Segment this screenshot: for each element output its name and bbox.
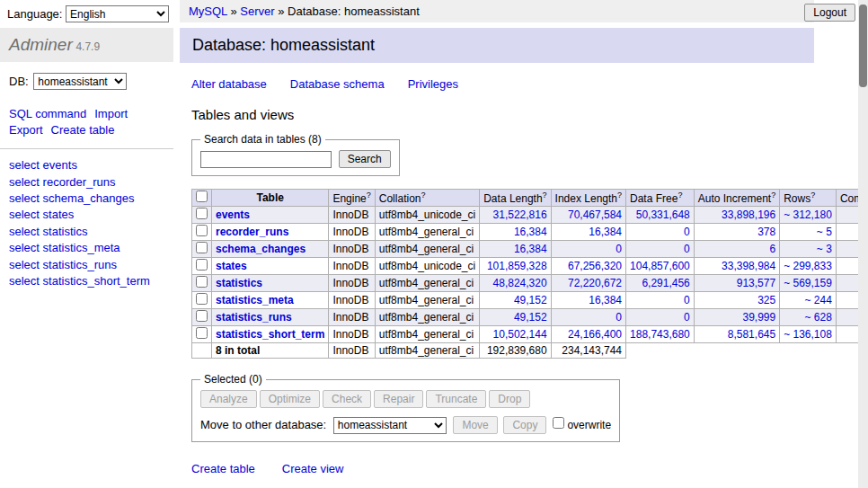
data-free-link[interactable]: 50,331,648 xyxy=(636,209,690,221)
sidebar-action-create-table[interactable]: Create table xyxy=(51,123,115,137)
data-length-link[interactable]: 16,384 xyxy=(514,243,547,255)
select-link-recorder-runs[interactable]: select xyxy=(9,175,40,189)
table-link-states[interactable]: states xyxy=(43,208,75,221)
select-all-checkbox[interactable] xyxy=(196,191,208,202)
row-checkbox-statistics-runs[interactable] xyxy=(196,310,208,322)
select-link-statistics-runs[interactable]: select xyxy=(9,258,40,271)
rows-link[interactable]: ~ 312,180 xyxy=(784,209,832,221)
nav-alter-database[interactable]: Alter database xyxy=(191,77,267,91)
row-checkbox-recorder-runs[interactable] xyxy=(196,225,208,236)
overwrite-checkbox[interactable] xyxy=(553,417,564,429)
data-length-link[interactable]: 31,522,816 xyxy=(493,209,547,221)
sidebar-action-sql-command[interactable]: SQL command xyxy=(9,107,86,120)
select-link-statistics-short-term[interactable]: select xyxy=(9,274,40,288)
language-select[interactable]: English xyxy=(66,5,169,22)
scrollbar-thumb[interactable] xyxy=(859,4,867,87)
auto-increment-link[interactable]: 39,999 xyxy=(742,311,775,324)
table-link-statistics[interactable]: statistics xyxy=(43,225,88,238)
auto-increment-link[interactable]: 325 xyxy=(757,294,775,306)
index-length-link[interactable]: 24,166,400 xyxy=(568,328,622,341)
auto-increment-link[interactable]: 33,898,196 xyxy=(722,209,775,221)
logout-button[interactable]: Logout xyxy=(804,4,855,22)
table-name-link-statistics-runs[interactable]: statistics_runs xyxy=(216,311,292,324)
table-name-link-recorder-runs[interactable]: recorder_runs xyxy=(216,226,288,238)
data-length-link[interactable]: 49,152 xyxy=(514,311,547,324)
select-link-statistics-meta[interactable]: select xyxy=(9,241,40,254)
table-name-link-schema-changes[interactable]: schema_changes xyxy=(216,243,306,255)
table-name-link-statistics[interactable]: statistics xyxy=(216,277,262,289)
create-view-link[interactable]: Create view xyxy=(282,462,344,475)
check-button[interactable]: Check xyxy=(323,390,371,408)
index-length-link[interactable]: 72,220,672 xyxy=(568,277,622,289)
truncate-button[interactable]: Truncate xyxy=(426,390,486,408)
data-length-link[interactable]: 10,502,144 xyxy=(493,328,547,341)
rows-link[interactable]: ~ 299,833 xyxy=(784,260,832,272)
auto-increment-link[interactable]: 33,398,984 xyxy=(722,260,775,272)
drop-button[interactable]: Drop xyxy=(489,390,530,408)
index-length-link[interactable]: 67,256,320 xyxy=(568,260,622,272)
select-link-statistics[interactable]: select xyxy=(9,225,40,238)
sidebar-action-import[interactable]: Import xyxy=(94,107,128,120)
move-button[interactable]: Move xyxy=(453,416,497,434)
data-free-link[interactable]: 6,291,456 xyxy=(642,277,689,289)
auto-increment-link[interactable]: 913,577 xyxy=(737,277,775,289)
rows-link[interactable]: ~ 628 xyxy=(805,311,832,324)
optimize-button[interactable]: Optimize xyxy=(260,390,320,408)
rows-link[interactable]: ~ 569,159 xyxy=(784,277,832,289)
breadcrumb-item-mysql[interactable]: MySQL xyxy=(189,4,227,18)
db-select[interactable]: homeassistant xyxy=(33,73,127,90)
data-free-link[interactable]: 188,743,680 xyxy=(630,328,690,341)
vertical-scrollbar[interactable] xyxy=(858,0,868,488)
index-length-link[interactable]: 0 xyxy=(616,243,622,255)
data-free-link[interactable]: 0 xyxy=(684,294,690,306)
select-link-events[interactable]: select xyxy=(9,158,40,172)
select-link-states[interactable]: select xyxy=(9,208,40,221)
data-free-link[interactable]: 0 xyxy=(684,226,690,238)
nav-database-schema[interactable]: Database schema xyxy=(290,77,385,91)
table-name-link-states[interactable]: states xyxy=(216,260,247,272)
table-link-statistics-short-term[interactable]: statistics_short_term xyxy=(43,274,150,288)
row-checkbox-statistics[interactable] xyxy=(196,276,208,288)
table-name-link-events[interactable]: events xyxy=(216,209,250,221)
table-link-statistics-meta[interactable]: statistics_meta xyxy=(43,241,120,254)
rows-link[interactable]: ~ 244 xyxy=(805,294,832,306)
index-length-link[interactable]: 70,467,584 xyxy=(568,209,622,221)
table-link-schema-changes[interactable]: schema_changes xyxy=(43,191,135,205)
move-db-select[interactable]: homeassistant xyxy=(333,417,447,434)
create-table-link[interactable]: Create table xyxy=(191,462,255,475)
data-length-link[interactable]: 101,859,328 xyxy=(487,260,547,272)
index-length-link[interactable]: 16,384 xyxy=(589,226,622,238)
adminer-logo[interactable]: Adminer xyxy=(9,35,73,54)
auto-increment-link[interactable]: 378 xyxy=(757,226,775,238)
auto-increment-link[interactable]: 8,581,645 xyxy=(728,328,775,341)
data-free-link[interactable]: 0 xyxy=(684,243,690,255)
row-checkbox-schema-changes[interactable] xyxy=(196,242,208,253)
copy-button[interactable]: Copy xyxy=(503,416,546,434)
select-link-schema-changes[interactable]: select xyxy=(9,191,40,205)
data-length-link[interactable]: 49,152 xyxy=(514,294,547,306)
row-checkbox-events[interactable] xyxy=(196,208,208,219)
sidebar-action-export[interactable]: Export xyxy=(9,123,43,137)
nav-privileges[interactable]: Privileges xyxy=(408,77,458,91)
table-name-link-statistics-short-term[interactable]: statistics_short_term xyxy=(216,328,324,341)
rows-link[interactable]: ~ 3 xyxy=(817,243,832,255)
table-link-statistics-runs[interactable]: statistics_runs xyxy=(43,258,117,271)
data-length-link[interactable]: 16,384 xyxy=(514,226,547,238)
auto-increment-link[interactable]: 6 xyxy=(769,243,775,255)
search-button[interactable]: Search xyxy=(339,150,391,168)
rows-link[interactable]: ~ 5 xyxy=(817,226,832,238)
search-input[interactable] xyxy=(200,151,332,168)
row-checkbox-states[interactable] xyxy=(196,259,208,271)
table-link-events[interactable]: events xyxy=(43,158,77,172)
data-free-link[interactable]: 104,857,600 xyxy=(630,260,690,272)
data-free-link[interactable]: 0 xyxy=(684,311,690,324)
row-checkbox-statistics-short-term[interactable] xyxy=(196,327,208,339)
table-link-recorder-runs[interactable]: recorder_runs xyxy=(43,175,116,189)
row-checkbox-statistics-meta[interactable] xyxy=(196,293,208,305)
breadcrumb-item-server[interactable]: Server xyxy=(240,4,274,18)
rows-link[interactable]: ~ 136,108 xyxy=(784,328,832,341)
data-length-link[interactable]: 48,824,320 xyxy=(493,277,547,289)
index-length-link[interactable]: 16,384 xyxy=(589,294,622,306)
repair-button[interactable]: Repair xyxy=(374,390,423,408)
table-name-link-statistics-meta[interactable]: statistics_meta xyxy=(216,294,294,306)
